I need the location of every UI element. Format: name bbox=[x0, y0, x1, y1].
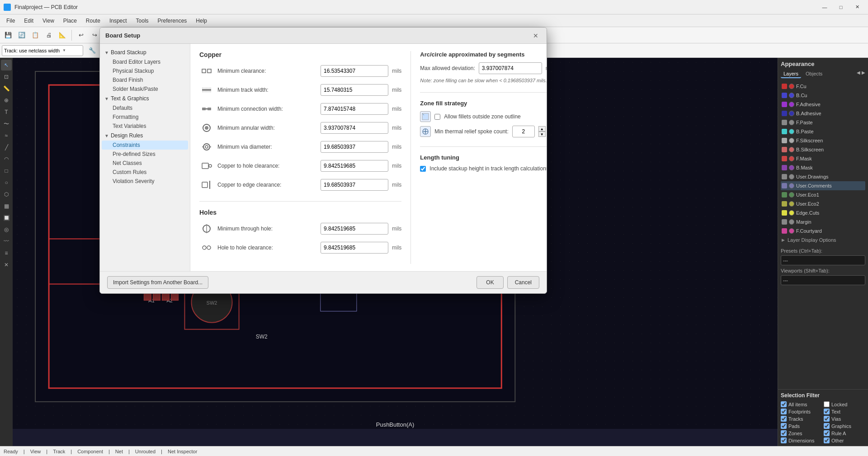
include-stackup-checkbox[interactable] bbox=[420, 166, 426, 172]
tree-constraints[interactable]: Constraints bbox=[102, 141, 188, 150]
tree-defaults[interactable]: Defaults bbox=[102, 103, 188, 113]
layer-display-options[interactable]: ▶ Layer Display Options bbox=[781, 235, 865, 244]
layer-item-edge-cuts[interactable]: Edge.Cuts bbox=[781, 208, 865, 217]
hth-input[interactable] bbox=[321, 242, 388, 254]
layer-item-f-mask[interactable]: F.Mask bbox=[781, 154, 865, 163]
thermal-down-btn[interactable]: ▼ bbox=[538, 132, 546, 137]
menu-preferences[interactable]: Preferences bbox=[153, 16, 192, 26]
delete-tool[interactable]: ✕ bbox=[1, 259, 12, 270]
layer-visibility-dot[interactable] bbox=[789, 147, 794, 152]
filter-cb-text[interactable] bbox=[824, 409, 830, 414]
filter-cb-other[interactable] bbox=[824, 437, 830, 443]
add-footprint-tool[interactable]: 🔲 bbox=[1, 212, 12, 223]
filter-cb-dimensions[interactable] bbox=[781, 437, 787, 443]
thermal-up-btn[interactable]: ▲ bbox=[538, 126, 546, 132]
draw-rect-tool[interactable]: □ bbox=[1, 165, 12, 176]
layer-item-f-cu[interactable]: F.Cu bbox=[781, 82, 865, 91]
layer-item-f-courtyard[interactable]: F.Courtyard bbox=[781, 226, 865, 235]
layer-item-b-paste[interactable]: B.Paste bbox=[781, 127, 865, 136]
tree-custom-rules[interactable]: Custom Rules bbox=[102, 168, 188, 177]
layer-item-b-cu[interactable]: B.Cu bbox=[781, 91, 865, 100]
layer-visibility-dot[interactable] bbox=[789, 174, 794, 179]
layer-item-f-adhesive[interactable]: F.Adhesive bbox=[781, 100, 865, 109]
cu-hole-input[interactable] bbox=[321, 160, 388, 172]
layer-item-b-adhesive[interactable]: B.Adhesive bbox=[781, 109, 865, 118]
layer-visibility-dot[interactable] bbox=[789, 84, 794, 89]
group-text-graphics[interactable]: ▼ Text & Graphics bbox=[102, 94, 188, 103]
tree-text-variables[interactable]: Text Variables bbox=[102, 122, 188, 131]
print-button[interactable]: 🖨 bbox=[42, 29, 55, 42]
layer-visibility-dot[interactable] bbox=[789, 156, 794, 161]
tab-objects[interactable]: Objects bbox=[803, 70, 825, 78]
gerber-button[interactable]: 🔄 bbox=[15, 29, 28, 42]
filter-cb-rule-areas[interactable] bbox=[824, 430, 830, 436]
group-design-rules[interactable]: ▼ Design Rules bbox=[102, 131, 188, 141]
layer-visibility-dot[interactable] bbox=[789, 165, 794, 170]
allow-fillets-checkbox[interactable] bbox=[434, 114, 440, 120]
pad-tool[interactable]: ⊕ bbox=[1, 95, 12, 106]
layer-visibility-dot[interactable] bbox=[789, 111, 794, 116]
track-width-selector[interactable]: Track: use netclass width ▼ bbox=[2, 45, 83, 56]
dialog-close-button[interactable]: ✕ bbox=[530, 30, 541, 41]
measure-tool[interactable]: 📏 bbox=[1, 83, 12, 94]
cancel-button[interactable]: Cancel bbox=[507, 276, 539, 289]
ok-button[interactable]: OK bbox=[476, 276, 503, 289]
filter-cb-tracks[interactable] bbox=[781, 416, 787, 422]
scripting-tool[interactable]: ≡ bbox=[1, 248, 12, 259]
layer-item-f-silkscreen[interactable]: F.Silkscreen bbox=[781, 136, 865, 145]
filter-cb-pads[interactable] bbox=[781, 423, 787, 429]
filter-cb-footprints[interactable] bbox=[781, 409, 787, 414]
layer-item-user-eco1[interactable]: User.Eco1 bbox=[781, 190, 865, 199]
close-button[interactable]: ✕ bbox=[850, 2, 864, 12]
route-track-tool[interactable]: 〜 bbox=[1, 118, 12, 129]
print-preview-button[interactable]: 📋 bbox=[29, 29, 42, 42]
tree-formatting[interactable]: Formatting bbox=[102, 113, 188, 122]
layer-visibility-dot[interactable] bbox=[789, 219, 794, 225]
tabs-nav-arrow[interactable]: ◀ ▶ bbox=[857, 70, 865, 78]
menu-route[interactable]: Route bbox=[81, 16, 105, 26]
maximize-button[interactable]: □ bbox=[834, 2, 848, 12]
layer-item-b-silkscreen[interactable]: B.Silkscreen bbox=[781, 145, 865, 154]
cu-edge-input[interactable] bbox=[321, 179, 388, 191]
filter-cb-zones[interactable] bbox=[781, 430, 787, 436]
tree-physical-stackup[interactable]: Physical Stackup bbox=[102, 66, 188, 75]
menu-help[interactable]: Help bbox=[191, 16, 212, 26]
tree-board-finish[interactable]: Board Finish bbox=[102, 75, 188, 85]
draw-poly-tool[interactable]: ⬡ bbox=[1, 189, 12, 200]
layer-item-user-drawings[interactable]: User.Drawings bbox=[781, 172, 865, 181]
min-annular-input[interactable] bbox=[321, 122, 388, 134]
thermal-relief-input[interactable] bbox=[512, 126, 535, 137]
tree-predefined-sizes[interactable]: Pre-defined Sizes bbox=[102, 150, 188, 159]
menu-tools[interactable]: Tools bbox=[132, 16, 153, 26]
layer-visibility-dot[interactable] bbox=[789, 120, 794, 125]
layer-visibility-dot[interactable] bbox=[789, 228, 794, 234]
draw-arc-tool[interactable]: ◠ bbox=[1, 154, 12, 165]
filter-cb-vias[interactable] bbox=[824, 416, 830, 422]
layer-item-b-mask[interactable]: B.Mask bbox=[781, 163, 865, 172]
minimize-button[interactable]: — bbox=[817, 2, 832, 12]
menu-inspect[interactable]: Inspect bbox=[105, 16, 132, 26]
plot-button[interactable]: 📐 bbox=[56, 29, 69, 42]
draw-line-tool[interactable]: ╱ bbox=[1, 142, 12, 153]
layer-visibility-dot[interactable] bbox=[789, 183, 794, 188]
menu-file[interactable]: File bbox=[2, 16, 19, 26]
tree-solder-mask[interactable]: Solder Mask/Paste bbox=[102, 85, 188, 94]
menu-edit[interactable]: Edit bbox=[19, 16, 38, 26]
layer-visibility-dot[interactable] bbox=[789, 93, 794, 98]
tree-violation-severity[interactable]: Violation Severity bbox=[102, 177, 188, 186]
text-tool[interactable]: T bbox=[1, 107, 12, 118]
presets-input[interactable] bbox=[781, 255, 865, 265]
filter-cb-all-items[interactable] bbox=[781, 401, 787, 407]
route-diff-tool[interactable]: ≈ bbox=[1, 130, 12, 141]
layer-visibility-dot[interactable] bbox=[789, 102, 794, 107]
add-via-tool[interactable]: ◎ bbox=[1, 224, 12, 235]
menu-place[interactable]: Place bbox=[59, 16, 81, 26]
undo-button[interactable]: ↩ bbox=[75, 29, 87, 42]
tree-net-classes[interactable]: Net Classes bbox=[102, 159, 188, 168]
viewports-input[interactable] bbox=[781, 275, 865, 285]
tab-layers[interactable]: Layers bbox=[781, 70, 801, 78]
min-track-input[interactable] bbox=[321, 84, 388, 96]
layer-item-f-paste[interactable]: F.Paste bbox=[781, 118, 865, 127]
import-settings-button[interactable]: Import Settings from Another Board... bbox=[107, 276, 208, 289]
layer-item-margin[interactable]: Margin bbox=[781, 217, 865, 226]
